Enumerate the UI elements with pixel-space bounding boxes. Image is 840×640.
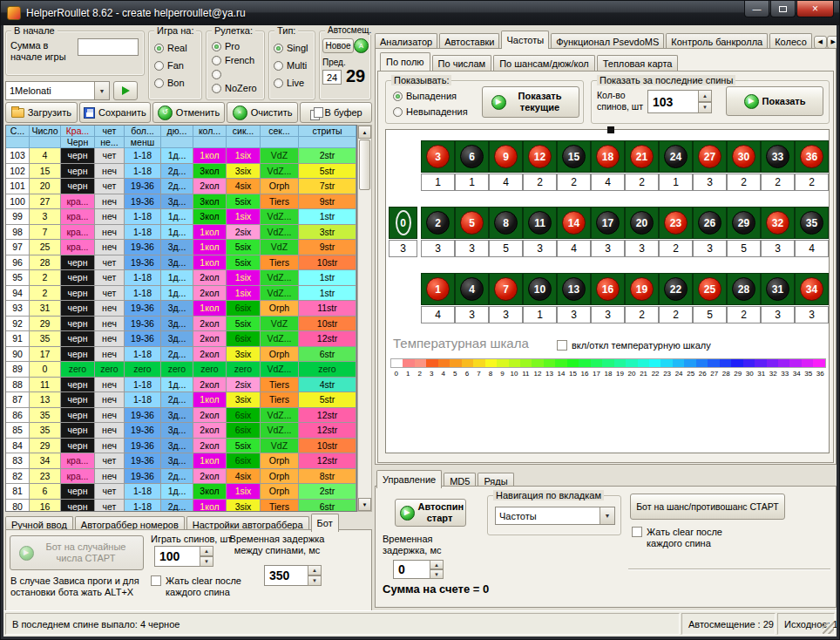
nav-dropdown[interactable]: Частоты ▼ <box>495 507 615 525</box>
scroll-down-icon[interactable]: ▼ <box>358 498 371 511</box>
field-number-29[interactable]: 29 <box>727 207 761 239</box>
field-number-20[interactable]: 20 <box>625 207 659 239</box>
close-button[interactable]: × <box>796 1 834 17</box>
spin-up-icon[interactable]: ▲ <box>698 90 712 102</box>
tabs-left-arrow-icon[interactable]: ◀ <box>814 36 827 49</box>
chance-bot-button[interactable]: Бот на шанс/противошанс СТАРТ <box>630 494 785 520</box>
history-scrollbar[interactable]: ▲ ▼ <box>357 125 372 512</box>
field-number-34[interactable]: 34 <box>795 273 829 305</box>
field-number-5[interactable]: 5 <box>455 207 489 239</box>
play-button[interactable] <box>113 81 138 100</box>
tab-bot[interactable]: Бот <box>311 514 339 532</box>
maximize-button[interactable] <box>770 1 796 17</box>
tab-control[interactable]: Управление <box>376 470 442 488</box>
field-number-36[interactable]: 36 <box>795 140 829 173</box>
radio-live[interactable]: Live <box>274 77 304 89</box>
tab-autobets[interactable]: Автоставки <box>439 33 499 49</box>
radio-hits[interactable]: Выпадения <box>393 90 457 102</box>
tabs-right-arrow-icon[interactable]: ▶ <box>827 36 837 49</box>
radio-fan[interactable]: Fan <box>154 59 184 71</box>
checkbox-icon[interactable] <box>151 575 161 586</box>
minimize-button[interactable]: — <box>744 1 769 17</box>
field-number-11[interactable]: 11 <box>523 207 557 239</box>
radio-pro[interactable]: Pro <box>212 40 240 52</box>
field-number-2[interactable]: 2 <box>421 207 455 239</box>
checkbox-icon[interactable] <box>557 340 567 351</box>
field-number-13[interactable]: 13 <box>557 273 591 305</box>
new-button[interactable]: Новое <box>322 38 354 53</box>
field-number-35[interactable]: 35 <box>795 207 829 239</box>
field-number-9[interactable]: 9 <box>489 140 523 173</box>
radio-euro[interactable] <box>212 68 225 80</box>
profile-combobox[interactable]: 1Melonati ▼ <box>5 81 110 100</box>
field-number-27[interactable]: 27 <box>693 140 727 173</box>
field-number-3[interactable]: 3 <box>421 140 455 173</box>
radio-singl[interactable]: Singl <box>274 42 308 54</box>
save-button[interactable]: Сохранить <box>79 102 152 123</box>
spins-value[interactable]: 100 <box>154 546 200 567</box>
spins-count-value[interactable]: 103 <box>647 90 698 113</box>
subtab-by-chances[interactable]: По шансам/дюж/кол <box>493 55 595 71</box>
field-number-28[interactable]: 28 <box>727 273 761 305</box>
field-number-24[interactable]: 24 <box>659 140 693 173</box>
field-number-18[interactable]: 18 <box>591 140 625 173</box>
random-bot-button[interactable]: ▶ Бот на случайные числа СТАРТ <box>10 535 144 570</box>
field-number-6[interactable]: 6 <box>455 140 489 173</box>
radio-french[interactable]: French <box>212 54 254 66</box>
field-number-1[interactable]: 1 <box>421 273 455 305</box>
control-delay-stepper[interactable]: 0 ▲▼ <box>393 560 444 579</box>
tab-analyzer[interactable]: Анализатор <box>375 33 437 49</box>
show-button[interactable]: ▶ Показать <box>726 86 823 116</box>
title-bar[interactable]: HelperRoullet 8.62 - create helperroulle… <box>1 1 839 25</box>
autoshift-icon[interactable]: A <box>354 38 369 53</box>
field-number-30[interactable]: 30 <box>727 140 761 173</box>
spin-up-icon[interactable]: ▲ <box>200 546 213 556</box>
spin-down-icon[interactable]: ▼ <box>430 569 444 579</box>
tab-bankroll[interactable]: Контроль банкролла <box>666 33 768 49</box>
tab-psevdoms[interactable]: Функционал PsevdoMS <box>551 33 664 49</box>
field-number-0[interactable]: 0 <box>389 207 417 239</box>
autospin-button[interactable]: ▶ Автоспин старт <box>395 499 466 527</box>
field-number-19[interactable]: 19 <box>625 273 659 305</box>
undo-button[interactable]: ↺Отменить <box>152 102 225 123</box>
radio-multi[interactable]: Multi <box>274 59 307 71</box>
radio-bon[interactable]: Bon <box>154 77 185 89</box>
bot-delay-value[interactable]: 350 <box>264 565 308 586</box>
spin-up-icon[interactable]: ▲ <box>430 560 444 569</box>
spin-up-icon[interactable]: ▲ <box>308 565 322 575</box>
clear-button[interactable]: ×Очистить <box>227 102 299 123</box>
chevron-down-icon[interactable]: ▼ <box>600 507 614 524</box>
field-number-12[interactable]: 12 <box>523 140 557 173</box>
field-number-4[interactable]: 4 <box>455 273 489 305</box>
control-delay-value[interactable]: 0 <box>393 560 430 579</box>
scroll-thumb[interactable] <box>359 140 370 190</box>
field-number-7[interactable]: 7 <box>489 273 523 305</box>
buffer-button[interactable]: В буфер <box>300 102 372 123</box>
field-number-8[interactable]: 8 <box>489 207 523 239</box>
temperature-toggle[interactable]: вкл/откл температурную шкалу <box>557 340 711 351</box>
field-number-16[interactable]: 16 <box>591 273 625 305</box>
control-clear-checkbox[interactable]: Жать clear после каждого спина <box>632 527 730 549</box>
field-number-31[interactable]: 31 <box>761 273 795 305</box>
field-number-25[interactable]: 25 <box>693 273 727 305</box>
spin-down-icon[interactable]: ▼ <box>200 556 213 567</box>
field-number-17[interactable]: 17 <box>591 207 625 239</box>
show-current-button[interactable]: ▶ Показать текущие <box>482 86 579 118</box>
field-number-22[interactable]: 22 <box>659 273 693 305</box>
scroll-up-icon[interactable]: ▲ <box>358 126 371 139</box>
field-number-26[interactable]: 26 <box>693 207 727 239</box>
subtab-by-numbers[interactable]: По числам <box>432 55 492 71</box>
spin-down-icon[interactable]: ▼ <box>308 575 322 586</box>
radio-misses[interactable]: Невыпадения <box>393 106 468 118</box>
bot-delay-stepper[interactable]: 350 ▲▼ <box>264 565 322 586</box>
subtab-heatmap[interactable]: Тепловая карта <box>597 55 679 71</box>
spins-count-stepper[interactable]: 103 ▲▼ <box>647 90 712 113</box>
start-sum-input[interactable] <box>78 38 139 56</box>
field-number-33[interactable]: 33 <box>761 140 795 173</box>
field-number-21[interactable]: 21 <box>625 140 659 173</box>
tab-frequencies[interactable]: Частоты <box>501 31 549 49</box>
field-number-14[interactable]: 14 <box>557 207 591 239</box>
bot-clear-checkbox[interactable]: Жать clear после каждого спина <box>151 575 253 598</box>
field-number-15[interactable]: 15 <box>557 140 591 173</box>
tab-wheel[interactable]: Колесо <box>769 33 812 49</box>
